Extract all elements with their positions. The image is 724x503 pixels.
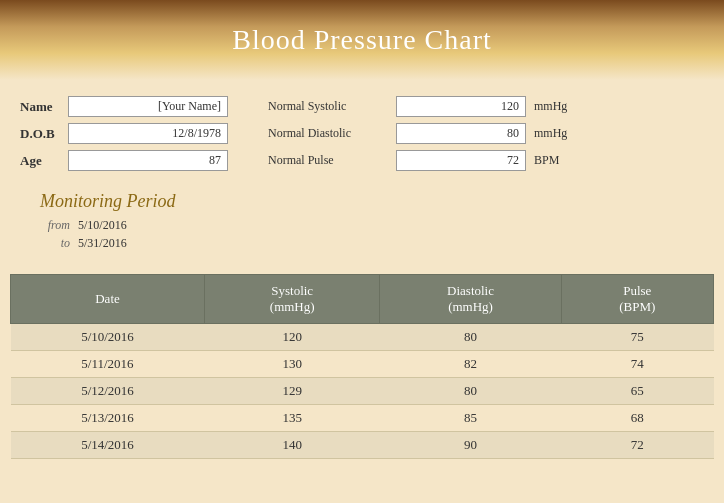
cell-pulse: 65: [561, 378, 713, 405]
cell-date: 5/10/2016: [11, 324, 205, 351]
normal-systolic-label: Normal Systolic: [268, 99, 388, 114]
from-value: 5/10/2016: [78, 218, 127, 233]
systolic-unit: mmHg: [534, 99, 569, 114]
to-row: to 5/31/2016: [40, 236, 704, 251]
patient-info-section: Name [Your Name] D.O.B 12/8/1978 Age 87 …: [0, 80, 724, 181]
col-header-diastolic: Diastolic(mmHg): [380, 275, 561, 324]
normal-systolic-row: Normal Systolic 120 mmHg: [268, 96, 569, 117]
dob-input[interactable]: 12/8/1978: [68, 123, 228, 144]
normal-diastolic-label: Normal Diastolic: [268, 126, 388, 141]
cell-diastolic: 80: [380, 378, 561, 405]
name-row: Name [Your Name]: [20, 96, 228, 117]
cell-pulse: 75: [561, 324, 713, 351]
age-row: Age 87: [20, 150, 228, 171]
col-header-pulse: Pulse(BPM): [561, 275, 713, 324]
normal-values-section: Normal Systolic 120 mmHg Normal Diastoli…: [268, 96, 569, 171]
normal-pulse-row: Normal Pulse 72 BPM: [268, 150, 569, 171]
cell-diastolic: 85: [380, 405, 561, 432]
normal-pulse-label: Normal Pulse: [268, 153, 388, 168]
cell-date: 5/12/2016: [11, 378, 205, 405]
table-header-row: Date Systolic(mmHg) Diastolic(mmHg) Puls…: [11, 275, 714, 324]
normal-pulse-input[interactable]: 72: [396, 150, 526, 171]
cell-date: 5/13/2016: [11, 405, 205, 432]
col-header-systolic: Systolic(mmHg): [204, 275, 379, 324]
cell-pulse: 74: [561, 351, 713, 378]
data-table-section: Date Systolic(mmHg) Diastolic(mmHg) Puls…: [0, 274, 724, 469]
bp-table: Date Systolic(mmHg) Diastolic(mmHg) Puls…: [10, 274, 714, 459]
cell-systolic: 129: [204, 378, 379, 405]
name-input[interactable]: [Your Name]: [68, 96, 228, 117]
cell-pulse: 68: [561, 405, 713, 432]
to-label: to: [40, 236, 70, 251]
pulse-unit: BPM: [534, 153, 569, 168]
page-title: Blood Pressure Chart: [232, 24, 492, 56]
cell-diastolic: 90: [380, 432, 561, 459]
cell-diastolic: 80: [380, 324, 561, 351]
from-label: from: [40, 218, 70, 233]
table-row: 5/12/20161298065: [11, 378, 714, 405]
diastolic-unit: mmHg: [534, 126, 569, 141]
age-label: Age: [20, 153, 60, 169]
monitoring-section: Monitoring Period from 5/10/2016 to 5/31…: [0, 181, 724, 264]
cell-systolic: 135: [204, 405, 379, 432]
name-label: Name: [20, 99, 60, 115]
table-row: 5/11/20161308274: [11, 351, 714, 378]
page-header: Blood Pressure Chart: [0, 0, 724, 80]
cell-date: 5/14/2016: [11, 432, 205, 459]
from-row: from 5/10/2016: [40, 218, 704, 233]
cell-systolic: 120: [204, 324, 379, 351]
normal-systolic-input[interactable]: 120: [396, 96, 526, 117]
normal-diastolic-row: Normal Diastolic 80 mmHg: [268, 123, 569, 144]
cell-date: 5/11/2016: [11, 351, 205, 378]
to-value: 5/31/2016: [78, 236, 127, 251]
dob-label: D.O.B: [20, 126, 60, 142]
normal-diastolic-input[interactable]: 80: [396, 123, 526, 144]
dob-row: D.O.B 12/8/1978: [20, 123, 228, 144]
cell-systolic: 140: [204, 432, 379, 459]
patient-fields: Name [Your Name] D.O.B 12/8/1978 Age 87: [20, 96, 228, 171]
cell-systolic: 130: [204, 351, 379, 378]
table-row: 5/14/20161409072: [11, 432, 714, 459]
table-row: 5/10/20161208075: [11, 324, 714, 351]
col-header-date: Date: [11, 275, 205, 324]
cell-pulse: 72: [561, 432, 713, 459]
age-input[interactable]: 87: [68, 150, 228, 171]
monitoring-title: Monitoring Period: [40, 191, 704, 212]
cell-diastolic: 82: [380, 351, 561, 378]
table-row: 5/13/20161358568: [11, 405, 714, 432]
